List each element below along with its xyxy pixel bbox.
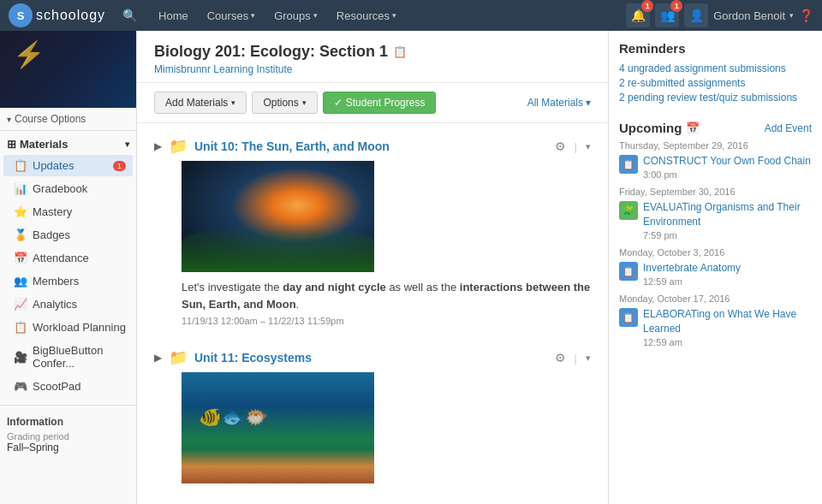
unit-dates: 11/19/13 12:00am – 11/22/13 11:59pm: [182, 316, 591, 326]
sidebar-item-mastery[interactable]: ⭐ Mastery: [3, 201, 133, 222]
add-materials-arrow: ▾: [231, 98, 235, 107]
lightning-icon: ⚡: [13, 39, 45, 69]
page-layout: ⚡ ▾ Course Options ⊞ Materials ▾ 📋 Updat…: [0, 31, 822, 504]
sidebar-item-gradebook[interactable]: 📊 Gradebook: [3, 178, 133, 199]
reminders-section: Reminders 4 ungraded assignment submissi…: [619, 41, 812, 104]
sidebar-item-label: Updates: [33, 159, 74, 172]
sidebar-item-label: Badges: [33, 228, 70, 241]
event-title[interactable]: CONSTRUCT Your Own Food Chain: [643, 154, 811, 169]
sidebar-item-badges[interactable]: 🏅 Badges: [3, 224, 133, 246]
materials-section: ⊞ Materials ▾: [0, 131, 136, 154]
user-menu[interactable]: Gordon Benoit ▾: [713, 9, 794, 22]
add-event-link[interactable]: Add Event: [765, 122, 812, 134]
page-title: Biology 201: Ecology: Section 1 📋: [154, 43, 591, 61]
event-title[interactable]: Invertebrate Anatomy: [643, 261, 741, 276]
sidebar-item-analytics[interactable]: 📈 Analytics: [3, 294, 133, 315]
folder-icon: 📁: [169, 137, 188, 156]
unit-header[interactable]: ▶ 📁 Unit 10: The Sun, Earth, and Moon ⚙ …: [154, 132, 591, 161]
unit-toggle-icon[interactable]: ▶: [154, 352, 162, 364]
date-separator: Monday, October 17, 2016: [619, 294, 812, 304]
nav-courses[interactable]: Courses ▾: [199, 6, 264, 26]
sidebar-item-label: Mastery: [33, 205, 72, 218]
chevron-down-icon: ▾: [392, 11, 396, 20]
content-header: Biology 201: Ecology: Section 1 📋 Mimisb…: [137, 31, 608, 83]
alert-item[interactable]: 2 pending review test/quiz submissions: [619, 92, 812, 104]
reminders-title-text: Reminders: [619, 41, 686, 56]
event-title[interactable]: ELABORATing on What We Have Learned: [643, 307, 812, 336]
unit-content: Let's investigate the day and night cycl…: [154, 161, 591, 326]
add-materials-button[interactable]: Add Materials ▾: [154, 92, 247, 114]
sidebar-item-updates[interactable]: 📋 Updates 1: [3, 155, 133, 176]
sidebar-item-workload-planning[interactable]: 📋 Workload Planning: [3, 317, 133, 338]
date-separator: Thursday, September 29, 2016: [619, 140, 812, 151]
event-item: 📋 Invertebrate Anatomy 12:59 am: [619, 261, 812, 288]
course-options-label: Course Options: [15, 113, 86, 125]
user-icon: 👤: [689, 9, 704, 22]
unit-content: 🐠🐟🐡: [154, 372, 591, 483]
event-title[interactable]: EVALUATing Organisms and Their Environme…: [643, 200, 812, 229]
filter-arrow: ▾: [586, 97, 591, 109]
nav-home[interactable]: Home: [150, 6, 197, 26]
logo-name: schoology: [36, 8, 105, 23]
event-icon: 🧩: [619, 201, 638, 220]
updates-icon: 📋: [14, 159, 27, 172]
unit-more-icon[interactable]: ▾: [586, 141, 591, 152]
sidebar-info: Information Grading period Fall–Spring: [0, 405, 136, 464]
logo[interactable]: S schoology: [9, 3, 105, 27]
student-progress-button[interactable]: ✓ Student Progress: [323, 92, 437, 114]
nav-resources[interactable]: Resources ▾: [328, 6, 405, 26]
unit-image: 🐠🐟🐡: [182, 372, 374, 483]
unit-title[interactable]: Unit 11: Ecosystems: [194, 351, 548, 365]
main-content: Biology 201: Ecology: Section 1 📋 Mimisb…: [137, 31, 608, 504]
options-button[interactable]: Options ▾: [252, 92, 317, 114]
event-icon: 📋: [619, 308, 638, 327]
calendar-icon: 📅: [686, 122, 700, 134]
unit-more-icon[interactable]: ▾: [586, 353, 591, 364]
members-icon: 👥: [14, 275, 27, 288]
user-dropdown-arrow: ▾: [789, 11, 794, 20]
alert-item[interactable]: 4 ungraded assignment submissions: [619, 62, 812, 74]
institute-link[interactable]: Mimisbrunnr Learning Institute: [154, 63, 292, 75]
info-title: Information: [7, 416, 129, 428]
sidebar: ⚡ ▾ Course Options ⊞ Materials ▾ 📋 Updat…: [0, 31, 137, 504]
unit-title[interactable]: Unit 10: The Sun, Earth, and Moon: [194, 139, 548, 153]
all-materials-filter[interactable]: All Materials ▾: [527, 97, 591, 109]
alert-item[interactable]: 2 re-submitted assignments: [619, 77, 812, 89]
event-time: 12:59 am: [643, 336, 812, 349]
date-separator: Monday, October 3, 2016: [619, 247, 812, 258]
sidebar-item-label: ScootPad: [33, 380, 80, 393]
sidebar-item-scootpad[interactable]: 🎮 ScootPad: [3, 376, 133, 397]
messages-button[interactable]: 👥 1: [655, 3, 679, 27]
grading-value: Fall–Spring: [7, 442, 129, 454]
upcoming-section: Upcoming 📅 Add Event Thursday, September…: [619, 121, 812, 349]
attendance-icon: 📅: [14, 252, 27, 264]
unit-gear-icon[interactable]: ⚙: [555, 351, 566, 365]
alerts-button[interactable]: 🔔 1: [626, 3, 650, 27]
help-button[interactable]: ❓: [799, 9, 813, 22]
sidebar-item-label: Workload Planning: [33, 321, 126, 334]
options-arrow: ▾: [302, 98, 307, 107]
sidebar-item-bigbluebutton[interactable]: 🎥 BigBlueButton Confer...: [3, 340, 133, 374]
right-panel: Reminders 4 ungraded assignment submissi…: [608, 31, 822, 504]
chevron-down-icon: ▾: [251, 11, 255, 20]
unit-gear-icon[interactable]: ⚙: [555, 139, 566, 153]
nav-groups[interactable]: Groups ▾: [265, 6, 326, 26]
profile-icon-button[interactable]: 👤: [684, 3, 708, 27]
course-options[interactable]: ▾ Course Options: [0, 108, 136, 131]
event-details: Invertebrate Anatomy 12:59 am: [643, 261, 741, 288]
logo-icon: S: [9, 3, 33, 27]
sidebar-item-members[interactable]: 👥 Members: [3, 270, 133, 292]
workload-icon: 📋: [14, 321, 27, 334]
alerts-badge: 1: [641, 0, 653, 12]
event-time: 12:59 am: [643, 276, 741, 288]
folder-icon: 📁: [169, 348, 188, 367]
upcoming-title: Upcoming 📅: [619, 121, 700, 135]
sidebar-item-attendance[interactable]: 📅 Attendance: [3, 247, 133, 269]
unit-toggle-icon[interactable]: ▶: [154, 140, 162, 152]
event-icon-letter: 📋: [622, 312, 634, 323]
unit-header[interactable]: ▶ 📁 Unit 11: Ecosystems ⚙ | ▾: [154, 343, 591, 372]
event-details: CONSTRUCT Your Own Food Chain 3:00 pm: [643, 154, 811, 181]
search-icon[interactable]: 🔍: [122, 9, 137, 22]
edit-icon[interactable]: 📋: [393, 45, 407, 58]
mastery-icon: ⭐: [14, 205, 27, 218]
